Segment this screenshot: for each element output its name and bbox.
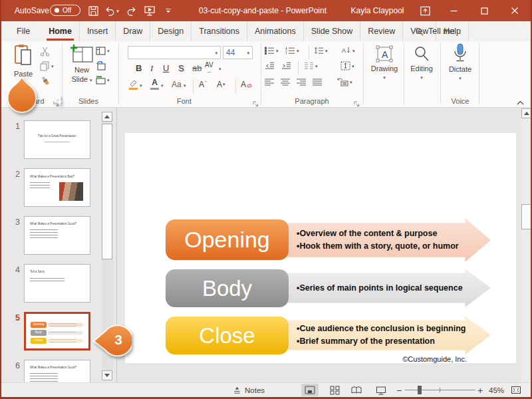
undo-button[interactable]: ▾ (103, 4, 120, 17)
panel-scroll-up-button[interactable] (102, 112, 112, 122)
svg-text:A: A (382, 49, 388, 60)
zoom-in-button[interactable]: + (477, 383, 483, 397)
tab-slide-show[interactable]: Slide Show (304, 21, 361, 41)
normal-view-button[interactable] (301, 384, 319, 396)
collapse-ribbon-button[interactable] (516, 96, 525, 108)
format-painter-button[interactable] (40, 76, 51, 87)
slide-4-thumbnail[interactable]: Tell a Story (24, 264, 90, 303)
minimize-button[interactable] (439, 0, 468, 21)
italic-button[interactable]: I (150, 63, 153, 74)
slide-2-thumbnail[interactable]: What Makes a Presentation Bad? (24, 168, 90, 207)
character-spacing-button[interactable]: AV ↔ (205, 62, 213, 74)
panel-scrollbar-thumb[interactable] (102, 124, 112, 259)
font-dialog-launcher[interactable] (253, 98, 259, 104)
font-size-dropdown-icon: ▾ (247, 51, 249, 55)
canvas-scrollbar[interactable] (521, 108, 532, 382)
decrease-font-label: A (217, 80, 222, 89)
opening-arrow-band[interactable]: •Overview of the content & purpose •Hook… (277, 218, 491, 262)
change-case-button[interactable]: Aa (172, 80, 182, 89)
paste-button[interactable]: Paste (8, 44, 39, 79)
align-text-button[interactable]: ▾ (340, 61, 354, 70)
body-arrow-band[interactable]: •Series of main points in logical sequen… (277, 269, 491, 307)
voice-group-label: Voice (437, 97, 483, 105)
slide-show-view-button[interactable] (372, 384, 390, 396)
slide-editing-surface[interactable]: •Overview of the content & purpose •Hook… (125, 133, 516, 363)
tab-design[interactable]: Design (150, 21, 192, 41)
slide-2-photo (59, 182, 83, 201)
strikethrough-button[interactable]: ab (192, 63, 201, 73)
tab-animations-label: Animations (255, 27, 296, 36)
bold-button[interactable]: B (136, 63, 142, 73)
tab-transitions[interactable]: Transitions (192, 21, 247, 41)
paragraph-dialog-launcher[interactable] (354, 98, 360, 104)
columns-button[interactable]: ▾ (304, 62, 318, 70)
slide-1-thumbnail[interactable]: Tips for a Great Presentation (24, 120, 90, 159)
line-spacing-button[interactable]: ▾ (314, 47, 328, 55)
zoom-level[interactable]: 45% (489, 383, 504, 397)
zoom-out-button[interactable]: − (396, 383, 402, 397)
fit-slide-to-window-button[interactable] (508, 384, 524, 396)
convert-to-smartart-button[interactable]: ▾ (337, 78, 352, 86)
tell-me-box[interactable]: Tell me (415, 21, 455, 41)
start-presentation-button[interactable] (143, 4, 156, 17)
slide-3-thumbnail[interactable]: What Makes a Presentation Good? (24, 216, 90, 255)
document-title-text: 03-cut-copy-and-paste - PowerPoint (199, 6, 327, 15)
ribbon-display-options-button[interactable] (418, 4, 432, 17)
canvas-scroll-up-button[interactable] (521, 108, 532, 118)
align-center-button[interactable] (281, 78, 291, 86)
close-button[interactable] (500, 0, 529, 21)
cut-button[interactable] (40, 47, 50, 57)
align-left-button[interactable] (265, 78, 275, 86)
redo-button[interactable] (124, 4, 138, 17)
decrease-indent-button[interactable] (265, 62, 275, 70)
save-button[interactable] (86, 4, 100, 17)
dictate-button[interactable]: Dictate ▾ (442, 43, 478, 80)
editing-button[interactable]: Editing ▾ (406, 45, 438, 80)
numbering-button[interactable]: ▾ (285, 47, 299, 55)
font-color-button[interactable]: A (150, 78, 159, 90)
close-shape[interactable]: Close (166, 317, 289, 354)
slide-sorter-view-button[interactable] (326, 384, 343, 396)
canvas-scrollbar-thumb[interactable] (521, 204, 532, 229)
font-name-combo[interactable]: ▾ (128, 46, 221, 59)
increase-font-size-button[interactable]: Aˆ (199, 80, 207, 89)
reset-slide-button[interactable] (96, 61, 106, 70)
tab-file[interactable]: File (9, 21, 37, 41)
decrease-font-size-button[interactable]: A▾ (217, 80, 225, 89)
zoom-slider-thumb[interactable] (418, 386, 422, 394)
close-arrow-band[interactable]: •Cue audience the conclusion is beginnin… (277, 316, 491, 354)
caret-up-icon: ˆ (205, 80, 207, 86)
tab-draw[interactable]: Draw (116, 21, 150, 41)
highlight-color-button[interactable] (129, 79, 138, 90)
text-shadow-button[interactable]: S (178, 63, 184, 73)
drawing-button[interactable]: A Drawing ▾ (368, 45, 401, 80)
account-name[interactable]: Kayla Claypool (342, 0, 412, 21)
customize-quick-access-button[interactable] (162, 4, 175, 17)
panel-scroll-down-button[interactable] (102, 370, 112, 380)
slide-5-thumbnail-selected[interactable]: Opening Body Close (24, 312, 90, 350)
clear-formatting-button[interactable]: A (241, 80, 252, 89)
copy-button[interactable]: ▾ (40, 61, 54, 71)
zoom-slider-track[interactable] (405, 390, 475, 390)
autosave-toggle[interactable]: Off (50, 5, 80, 16)
mini-opening-band (48, 323, 84, 328)
tab-review[interactable]: Review (360, 21, 403, 41)
slide-layout-button[interactable]: ▾ (96, 47, 110, 55)
tab-home[interactable]: Home (41, 21, 80, 41)
increase-indent-button[interactable] (281, 62, 291, 70)
text-direction-button[interactable]: A ▾ (342, 47, 355, 55)
underline-button[interactable]: U (163, 63, 169, 73)
justify-button[interactable] (313, 78, 323, 86)
font-size-combo[interactable]: 44 ▾ (223, 46, 253, 59)
body-shape[interactable]: Body (166, 269, 289, 307)
bullets-button[interactable]: ▾ (265, 47, 279, 55)
maximize-button[interactable] (469, 0, 499, 21)
reading-view-button[interactable] (348, 384, 365, 396)
tab-animations[interactable]: Animations (247, 21, 304, 41)
align-right-button[interactable] (297, 78, 307, 86)
opening-shape[interactable]: Opening (166, 219, 289, 260)
section-button[interactable]: ▾ (96, 76, 110, 84)
new-slide-button[interactable]: New Slide ▾ (66, 44, 98, 84)
notes-button[interactable]: Notes (233, 383, 265, 397)
tab-insert[interactable]: Insert (80, 21, 116, 41)
